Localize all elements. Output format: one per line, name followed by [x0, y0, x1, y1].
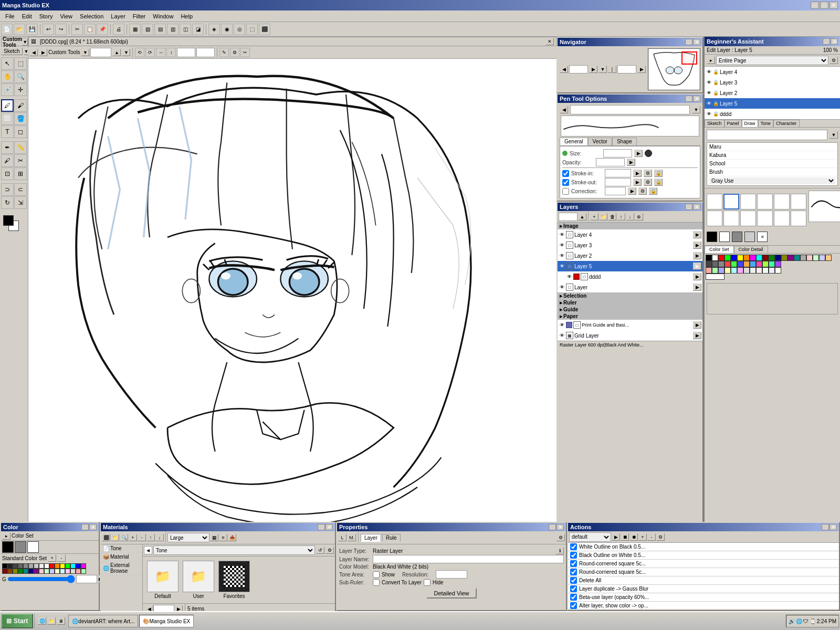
action-1[interactable]: Black Outline on White 0.5... [568, 551, 839, 560]
eye-5[interactable]: 👁 [559, 263, 565, 269]
mat-btn1[interactable]: ⬛ [102, 534, 110, 541]
tool-text[interactable]: T [1, 125, 14, 138]
nav-x-input[interactable]: 0 [617, 65, 636, 74]
layer-down[interactable]: ↓ [626, 213, 634, 220]
custom-tools-menu[interactable]: ▼ [22, 38, 28, 46]
tool-pen3[interactable]: 🖋 [1, 154, 14, 167]
cat-material[interactable]: 📦Material [101, 553, 142, 561]
action-3[interactable]: Round-cornered square 5c... [568, 568, 839, 576]
swatch-red[interactable] [718, 255, 724, 261]
layer-add[interactable]: + [590, 213, 598, 220]
strokeout-check[interactable] [562, 179, 569, 186]
swatch-3-8[interactable] [750, 267, 756, 274]
action-1-check[interactable] [570, 552, 577, 559]
act-record[interactable]: ⏺ [629, 533, 638, 541]
action-3-check[interactable] [570, 569, 577, 575]
new-button[interactable]: 📄 [1, 24, 13, 35]
fg-color-swatch[interactable] [707, 232, 717, 242]
menu-edit[interactable]: Edit [19, 12, 35, 20]
layer-plain-menu[interactable]: ▶ [693, 284, 701, 291]
swatch-3-7[interactable] [743, 267, 750, 274]
tool-cut[interactable]: ✂ [14, 154, 27, 167]
action-6-check[interactable] [570, 594, 577, 601]
ms-24[interactable] [39, 569, 44, 574]
layer-2-menu[interactable]: ▶ [693, 252, 701, 259]
zoom-up[interactable]: ▲ [112, 49, 121, 56]
asst-layer-3[interactable]: 👁 🔒 Layer 3 [705, 77, 840, 88]
opacity-input[interactable]: 100 % [596, 158, 625, 166]
mat-size-select[interactable]: Large Medium Small [167, 533, 209, 542]
ms-14[interactable] [70, 563, 76, 569]
swatch-mint[interactable] [769, 261, 775, 267]
tab-tone[interactable]: Tone [758, 120, 774, 127]
mat-dropdown[interactable]: Tone [153, 545, 315, 555]
swatch-3-5[interactable] [731, 267, 737, 274]
ms-23[interactable] [34, 569, 39, 574]
tab-layer[interactable]: Layer [361, 534, 381, 542]
mat-import[interactable]: 📥 [228, 534, 236, 541]
nav-btn2[interactable]: ▼ [598, 66, 607, 73]
swatch-lavender[interactable] [775, 261, 781, 267]
tb6[interactable]: ◪ [192, 24, 204, 35]
swatch-3-9[interactable] [756, 267, 762, 274]
tool-eraser[interactable]: ⬜ [1, 112, 14, 125]
layer-3-menu[interactable]: ▶ [693, 242, 701, 249]
ms-9[interactable] [44, 563, 49, 569]
layer-5-menu[interactable]: ▶ [693, 262, 701, 270]
action-2-check[interactable] [570, 560, 577, 567]
y-input[interactable]: 0 [196, 48, 215, 57]
dddd-menu[interactable]: ▶ [693, 273, 701, 280]
brush-kabura[interactable]: Kabura [707, 151, 837, 160]
swatch-orange[interactable] [743, 255, 750, 261]
tool-brush[interactable]: 🖌 [14, 99, 27, 112]
ms-1[interactable] [2, 563, 7, 569]
brush-brush[interactable]: Brush [707, 168, 837, 176]
tab-colordetail[interactable]: Color Detail [734, 246, 768, 253]
materials-close[interactable]: ✕ [326, 524, 333, 530]
swatch-lightblue[interactable] [819, 255, 825, 261]
swatch-3-12[interactable] [775, 267, 781, 274]
act-play[interactable]: ▶ [612, 533, 620, 541]
brush-preview-9[interactable] [740, 211, 756, 226]
action-0[interactable]: White Outline on Black 0.5... [568, 543, 839, 551]
print-menu[interactable]: ▶ [693, 321, 701, 329]
action-4[interactable]: Delete All [568, 576, 839, 585]
eye-grid[interactable]: 👁 [559, 332, 565, 339]
print-guide-row[interactable]: 👁 □ Print Guide and Basi... ▶ [558, 320, 702, 330]
layer-delete[interactable]: 🗑 [608, 213, 616, 220]
strokeout-up[interactable]: ▶ [633, 178, 642, 186]
tb7[interactable]: ◈ [208, 24, 220, 35]
close-button[interactable]: ✕ [830, 2, 838, 9]
tool-shape[interactable]: ◻ [14, 125, 27, 138]
brush-preview-6[interactable] [791, 194, 806, 209]
swatch-darkred[interactable] [762, 255, 769, 261]
print-button[interactable]: 🖨 [113, 24, 124, 35]
actions-select[interactable]: default [569, 532, 611, 542]
tab-general[interactable]: General [560, 138, 588, 145]
correction-check[interactable] [562, 188, 569, 195]
maximize-button[interactable]: □ [820, 2, 828, 9]
tab-colorset[interactable]: Color Set [705, 246, 734, 253]
nav-zoom-input[interactable]: 34.7 [569, 65, 588, 74]
ms-26[interactable] [49, 569, 55, 574]
ms-4[interactable] [18, 563, 23, 569]
page-settings[interactable]: ⚙ [830, 57, 838, 64]
mat-view2[interactable]: ≡ [219, 534, 227, 541]
swatch-magenta[interactable] [750, 255, 756, 261]
swatch-lightblue2[interactable] [737, 261, 743, 267]
cut-button[interactable]: ✂ [71, 24, 83, 35]
page-selector[interactable]: Entire Page [716, 56, 828, 65]
asst-layer-5[interactable]: 👁 🔒 Layer 5 [705, 98, 840, 109]
brush-preview-11[interactable] [774, 211, 790, 226]
action-6[interactable]: Beta-use layer (opacity 60%... [568, 593, 839, 602]
act-del[interactable]: - [647, 533, 656, 541]
paste-button[interactable]: 📌 [97, 24, 108, 35]
assistant-menu[interactable]: _ [823, 38, 830, 45]
swatch-4-1[interactable] [706, 274, 724, 280]
layers-zoom[interactable]: 100 % [559, 213, 578, 221]
mat-user[interactable]: 📁 User [183, 561, 214, 599]
ql-show-desktop[interactable]: 🖥 [57, 617, 65, 625]
asst-layer-4[interactable]: 👁 🔒 Layer 4 [705, 67, 840, 77]
ct-menu[interactable]: ▼ [81, 49, 89, 56]
ms-10[interactable] [49, 563, 55, 569]
